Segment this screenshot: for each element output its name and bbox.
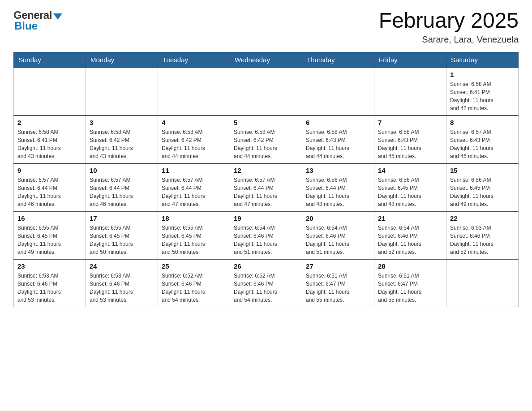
calendar-cell bbox=[158, 68, 230, 116]
calendar-cell: 7Sunrise: 6:58 AM Sunset: 6:43 PM Daylig… bbox=[374, 116, 446, 163]
day-number: 8 bbox=[450, 119, 515, 126]
calendar-cell: 13Sunrise: 6:56 AM Sunset: 6:44 PM Dayli… bbox=[302, 163, 374, 211]
day-number: 3 bbox=[90, 119, 154, 126]
day-number: 18 bbox=[162, 214, 226, 222]
week-row-2: 2Sunrise: 6:58 AM Sunset: 6:41 PM Daylig… bbox=[14, 116, 519, 163]
day-number: 9 bbox=[17, 167, 82, 174]
day-info: Sunrise: 6:54 AM Sunset: 6:46 PM Dayligh… bbox=[306, 224, 370, 256]
month-title: February 2025 bbox=[379, 9, 519, 33]
day-number: 20 bbox=[306, 214, 370, 222]
day-number: 27 bbox=[306, 262, 370, 270]
calendar-cell: 18Sunrise: 6:55 AM Sunset: 6:45 PM Dayli… bbox=[158, 211, 230, 259]
day-info: Sunrise: 6:52 AM Sunset: 6:46 PM Dayligh… bbox=[234, 272, 298, 304]
day-info: Sunrise: 6:58 AM Sunset: 6:43 PM Dayligh… bbox=[306, 128, 370, 160]
header-friday: Friday bbox=[374, 52, 446, 68]
calendar-cell: 10Sunrise: 6:57 AM Sunset: 6:44 PM Dayli… bbox=[86, 163, 158, 211]
day-info: Sunrise: 6:52 AM Sunset: 6:46 PM Dayligh… bbox=[162, 272, 226, 304]
header-thursday: Thursday bbox=[302, 52, 374, 68]
week-row-1: 1Sunrise: 6:58 AM Sunset: 6:41 PM Daylig… bbox=[14, 68, 519, 116]
calendar-cell: 20Sunrise: 6:54 AM Sunset: 6:46 PM Dayli… bbox=[302, 211, 374, 259]
day-number: 11 bbox=[162, 167, 226, 174]
calendar-cell: 28Sunrise: 6:51 AM Sunset: 6:47 PM Dayli… bbox=[374, 259, 446, 307]
calendar-cell: 15Sunrise: 6:56 AM Sunset: 6:45 PM Dayli… bbox=[446, 163, 519, 211]
calendar-cell bbox=[86, 68, 158, 116]
day-number: 7 bbox=[378, 119, 442, 126]
header-monday: Monday bbox=[86, 52, 158, 68]
calendar-cell: 25Sunrise: 6:52 AM Sunset: 6:46 PM Dayli… bbox=[158, 259, 230, 307]
day-info: Sunrise: 6:58 AM Sunset: 6:42 PM Dayligh… bbox=[162, 128, 226, 160]
calendar-table: SundayMondayTuesdayWednesdayThursdayFrid… bbox=[13, 52, 519, 307]
day-number: 19 bbox=[234, 214, 298, 222]
header-tuesday: Tuesday bbox=[158, 52, 230, 68]
day-info: Sunrise: 6:55 AM Sunset: 6:45 PM Dayligh… bbox=[17, 224, 82, 256]
location-subtitle: Sarare, Lara, Venezuela bbox=[379, 34, 519, 45]
day-number: 25 bbox=[162, 262, 226, 270]
calendar-cell: 26Sunrise: 6:52 AM Sunset: 6:46 PM Dayli… bbox=[230, 259, 302, 307]
calendar-cell: 21Sunrise: 6:54 AM Sunset: 6:46 PM Dayli… bbox=[374, 211, 446, 259]
day-info: Sunrise: 6:57 AM Sunset: 6:43 PM Dayligh… bbox=[450, 128, 515, 160]
title-block: February 2025 Sarare, Lara, Venezuela bbox=[379, 9, 519, 45]
day-number: 14 bbox=[378, 167, 442, 174]
day-number: 1 bbox=[450, 71, 515, 78]
day-info: Sunrise: 6:58 AM Sunset: 6:41 PM Dayligh… bbox=[17, 128, 82, 160]
day-info: Sunrise: 6:56 AM Sunset: 6:44 PM Dayligh… bbox=[306, 176, 370, 208]
calendar-cell bbox=[446, 259, 519, 307]
day-info: Sunrise: 6:54 AM Sunset: 6:46 PM Dayligh… bbox=[234, 224, 298, 256]
calendar-cell: 5Sunrise: 6:58 AM Sunset: 6:42 PM Daylig… bbox=[230, 116, 302, 163]
calendar-cell: 19Sunrise: 6:54 AM Sunset: 6:46 PM Dayli… bbox=[230, 211, 302, 259]
day-info: Sunrise: 6:54 AM Sunset: 6:46 PM Dayligh… bbox=[378, 224, 442, 256]
day-number: 22 bbox=[450, 214, 515, 222]
week-row-3: 9Sunrise: 6:57 AM Sunset: 6:44 PM Daylig… bbox=[14, 163, 519, 211]
calendar-cell: 24Sunrise: 6:53 AM Sunset: 6:46 PM Dayli… bbox=[86, 259, 158, 307]
calendar-cell bbox=[302, 68, 374, 116]
day-info: Sunrise: 6:58 AM Sunset: 6:42 PM Dayligh… bbox=[234, 128, 298, 160]
day-info: Sunrise: 6:57 AM Sunset: 6:44 PM Dayligh… bbox=[17, 176, 82, 208]
day-info: Sunrise: 6:53 AM Sunset: 6:46 PM Dayligh… bbox=[17, 272, 82, 304]
calendar-cell: 11Sunrise: 6:57 AM Sunset: 6:44 PM Dayli… bbox=[158, 163, 230, 211]
day-info: Sunrise: 6:58 AM Sunset: 6:42 PM Dayligh… bbox=[90, 128, 154, 160]
day-number: 21 bbox=[378, 214, 442, 222]
calendar-cell bbox=[374, 68, 446, 116]
calendar-cell: 6Sunrise: 6:58 AM Sunset: 6:43 PM Daylig… bbox=[302, 116, 374, 163]
day-number: 15 bbox=[450, 167, 515, 174]
calendar-cell bbox=[230, 68, 302, 116]
calendar-cell: 22Sunrise: 6:53 AM Sunset: 6:46 PM Dayli… bbox=[446, 211, 519, 259]
day-number: 5 bbox=[234, 119, 298, 126]
calendar-cell bbox=[14, 68, 86, 116]
day-number: 17 bbox=[90, 214, 154, 222]
week-row-4: 16Sunrise: 6:55 AM Sunset: 6:45 PM Dayli… bbox=[14, 211, 519, 259]
calendar-cell: 8Sunrise: 6:57 AM Sunset: 6:43 PM Daylig… bbox=[446, 116, 519, 163]
day-info: Sunrise: 6:55 AM Sunset: 6:45 PM Dayligh… bbox=[90, 224, 154, 256]
day-number: 16 bbox=[17, 214, 82, 222]
day-number: 2 bbox=[17, 119, 82, 126]
day-info: Sunrise: 6:51 AM Sunset: 6:47 PM Dayligh… bbox=[378, 272, 442, 304]
day-info: Sunrise: 6:58 AM Sunset: 6:41 PM Dayligh… bbox=[450, 80, 515, 112]
day-number: 23 bbox=[17, 262, 82, 270]
calendar-cell: 16Sunrise: 6:55 AM Sunset: 6:45 PM Dayli… bbox=[14, 211, 86, 259]
day-info: Sunrise: 6:56 AM Sunset: 6:45 PM Dayligh… bbox=[378, 176, 442, 208]
day-number: 24 bbox=[90, 262, 154, 270]
logo: General Blue bbox=[13, 9, 62, 32]
day-info: Sunrise: 6:57 AM Sunset: 6:44 PM Dayligh… bbox=[234, 176, 298, 208]
calendar-cell: 23Sunrise: 6:53 AM Sunset: 6:46 PM Dayli… bbox=[14, 259, 86, 307]
calendar-cell: 2Sunrise: 6:58 AM Sunset: 6:41 PM Daylig… bbox=[14, 116, 86, 163]
day-number: 28 bbox=[378, 262, 442, 270]
day-number: 12 bbox=[234, 167, 298, 174]
day-info: Sunrise: 6:58 AM Sunset: 6:43 PM Dayligh… bbox=[378, 128, 442, 160]
logo-blue-text: Blue bbox=[14, 20, 38, 32]
header-wednesday: Wednesday bbox=[230, 52, 302, 68]
logo-arrow-icon bbox=[53, 13, 62, 20]
calendar-cell: 1Sunrise: 6:58 AM Sunset: 6:41 PM Daylig… bbox=[446, 68, 519, 116]
day-number: 10 bbox=[90, 167, 154, 174]
day-info: Sunrise: 6:57 AM Sunset: 6:44 PM Dayligh… bbox=[162, 176, 226, 208]
calendar-cell: 27Sunrise: 6:51 AM Sunset: 6:47 PM Dayli… bbox=[302, 259, 374, 307]
day-info: Sunrise: 6:51 AM Sunset: 6:47 PM Dayligh… bbox=[306, 272, 370, 304]
calendar-cell: 17Sunrise: 6:55 AM Sunset: 6:45 PM Dayli… bbox=[86, 211, 158, 259]
calendar-header-row: SundayMondayTuesdayWednesdayThursdayFrid… bbox=[14, 52, 519, 68]
day-info: Sunrise: 6:57 AM Sunset: 6:44 PM Dayligh… bbox=[90, 176, 154, 208]
day-number: 13 bbox=[306, 167, 370, 174]
calendar-cell: 14Sunrise: 6:56 AM Sunset: 6:45 PM Dayli… bbox=[374, 163, 446, 211]
header-saturday: Saturday bbox=[446, 52, 519, 68]
page-header: General Blue February 2025 Sarare, Lara,… bbox=[13, 9, 519, 45]
day-info: Sunrise: 6:53 AM Sunset: 6:46 PM Dayligh… bbox=[450, 224, 515, 256]
